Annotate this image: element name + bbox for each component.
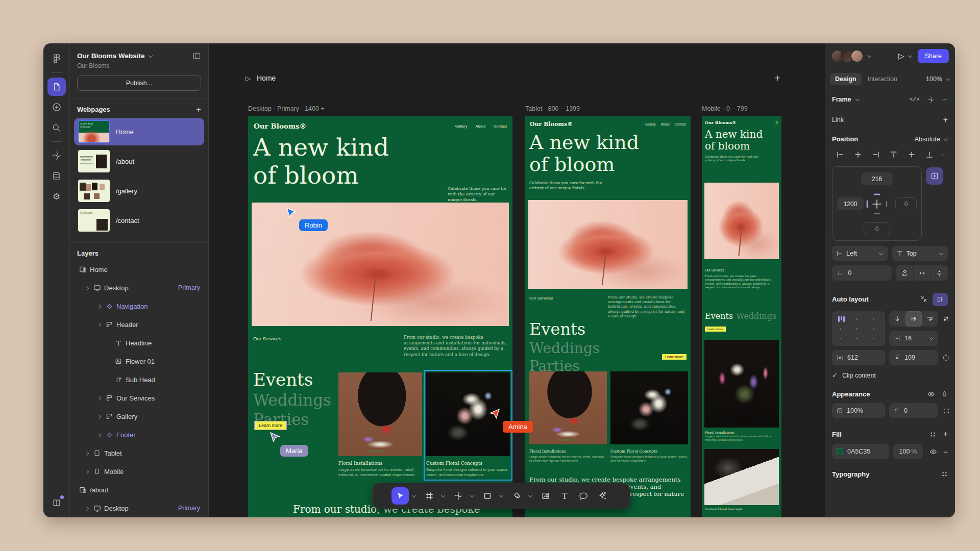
align-more-icon[interactable]: ···: [940, 151, 948, 158]
rotation-field[interactable]: ∟ 0: [832, 265, 892, 281]
component-swirl-icon[interactable]: [927, 96, 935, 104]
auto-layout-active-badge-icon[interactable]: [933, 293, 948, 306]
layout-wrap-button[interactable]: [922, 311, 938, 327]
fill-color-swatch[interactable]: [836, 448, 843, 455]
move-tool-button[interactable]: [391, 487, 409, 505]
type-styles-grid-icon[interactable]: [941, 471, 948, 478]
horizontal-anchor-dropdown[interactable]: Left: [832, 246, 888, 261]
layer-row-about-desktop[interactable]: Desktop Primary: [70, 499, 208, 517]
publish-button[interactable]: Publish...: [77, 76, 201, 91]
corner-radius-field[interactable]: 0: [889, 403, 938, 418]
desktop-frame[interactable]: Our Blooms® Gallery About Contact A new …: [248, 116, 512, 517]
learn-more-button[interactable]: Learn more: [705, 327, 726, 332]
collapse-sidebar-icon[interactable]: [192, 52, 201, 60]
flip-horizontal-button[interactable]: [913, 265, 930, 281]
frame-tool-chevron-icon[interactable]: [439, 494, 446, 498]
layout-settings-sliders-icon[interactable]: [942, 315, 949, 322]
top-offset-field[interactable]: 216: [861, 172, 893, 185]
expand-chevron-icon[interactable]: [83, 451, 91, 456]
interactions-swirl-icon[interactable]: [47, 146, 66, 165]
flip-vertical-button[interactable]: [930, 265, 948, 281]
styles-grid-icon[interactable]: [929, 431, 936, 438]
layer-row-footer[interactable]: Footer: [70, 425, 208, 444]
pen-tool-button[interactable]: [508, 487, 525, 505]
webpage-row-gallery[interactable]: /gallery: [74, 177, 204, 205]
pen-tool-chevron-icon[interactable]: [527, 494, 533, 498]
frame-chevron-icon[interactable]: [855, 97, 860, 102]
alignment-grid[interactable]: [832, 311, 885, 346]
more-options-icon[interactable]: ···: [942, 96, 948, 103]
layer-row-desktop[interactable]: Desktop Primary: [70, 279, 208, 297]
text-tool-button[interactable]: T: [556, 487, 573, 505]
tab-interaction[interactable]: Interaction: [863, 73, 902, 85]
file-menu-chevron-icon[interactable]: [149, 54, 153, 58]
layer-row-navigation[interactable]: Navigation: [70, 297, 208, 315]
zoom-level[interactable]: 100%: [926, 76, 950, 83]
left-offset-field[interactable]: 1200: [837, 197, 864, 210]
layout-horizontal-button[interactable]: [905, 311, 922, 327]
frame-tool-button[interactable]: [421, 487, 438, 505]
expand-chevron-icon[interactable]: [95, 322, 104, 327]
expand-chevron-icon[interactable]: [95, 396, 104, 400]
expand-chevron-icon[interactable]: [95, 414, 104, 419]
layout-vertical-button[interactable]: [889, 311, 905, 327]
card-custom-floral-concepts-selected[interactable]: Custom Floral Concepts Bespoke floral de…: [426, 372, 510, 478]
learn-more-button[interactable]: Learn more: [254, 421, 287, 430]
fill-opacity-field[interactable]: 100 %: [893, 444, 923, 459]
actions-ai-button[interactable]: [594, 487, 611, 505]
frame-section-label[interactable]: Frame: [832, 96, 851, 103]
shape-tool-button[interactable]: [479, 487, 496, 505]
clip-content-checkbox[interactable]: ✓: [832, 371, 838, 379]
share-button[interactable]: Share: [918, 49, 949, 63]
present-play-icon[interactable]: ▷: [898, 52, 904, 61]
cms-database-icon[interactable]: [47, 167, 66, 185]
gap-field[interactable]: 16: [889, 331, 938, 346]
layer-row-headline[interactable]: Headline: [70, 334, 208, 352]
fill-visibility-eye-icon[interactable]: [929, 448, 937, 456]
webpage-row-home[interactable]: A new kindof bloom Home: [74, 118, 204, 145]
webpage-row-about[interactable]: /about: [74, 147, 204, 175]
position-mode-dropdown[interactable]: Absolute: [914, 135, 948, 143]
tab-design[interactable]: Design: [830, 73, 862, 85]
image-tool-button[interactable]: [537, 487, 554, 505]
move-tool-chevron-icon[interactable]: [410, 494, 417, 498]
layer-row-sub-head[interactable]: Sub Head: [70, 370, 208, 389]
layer-row-header[interactable]: Header: [70, 315, 208, 334]
align-horizontal-center-icon[interactable]: [850, 148, 866, 161]
library-book-icon[interactable]: [47, 494, 66, 512]
expand-chevron-icon[interactable]: [83, 506, 91, 511]
shrink-icon[interactable]: [920, 295, 927, 303]
interaction-tool-chevron-icon[interactable]: [469, 494, 475, 498]
add-webpage-icon[interactable]: +: [196, 105, 201, 114]
search-icon[interactable]: [47, 118, 66, 137]
opacity-field[interactable]: 100%: [832, 403, 885, 418]
frame-label-desktop[interactable]: Desktop · Primary · 1400 +: [248, 105, 325, 112]
align-top-icon[interactable]: [886, 148, 901, 161]
avatars-chevron-icon[interactable]: [867, 54, 871, 59]
figma-logo-icon[interactable]: [47, 49, 66, 68]
individual-padding-icon[interactable]: [942, 354, 949, 361]
add-new-icon[interactable]: [47, 98, 66, 116]
visibility-eye-icon[interactable]: [927, 390, 935, 398]
constraints-cross-icon[interactable]: [865, 192, 889, 216]
frame-label-mobile[interactable]: Mobile · 0 – 799: [702, 105, 748, 112]
vertical-padding-field[interactable]: 109: [889, 350, 938, 365]
bottom-offset-field[interactable]: 0: [864, 222, 890, 235]
expand-chevron-icon[interactable]: [83, 469, 91, 474]
frame-label-tablet[interactable]: Tablet · 800 – 1399: [525, 105, 580, 112]
comment-tool-button[interactable]: [575, 487, 592, 505]
layer-row-our-services[interactable]: Our Services: [70, 389, 208, 407]
settings-gear-icon[interactable]: ⚙: [47, 187, 66, 206]
add-link-icon[interactable]: +: [943, 115, 948, 124]
dev-mode-code-icon[interactable]: </>: [910, 96, 920, 103]
expand-chevron-icon[interactable]: [95, 433, 104, 437]
horizontal-padding-field[interactable]: 612: [832, 350, 885, 365]
layer-row-flower-01[interactable]: Flower 01: [70, 352, 208, 370]
tablet-frame[interactable]: Our Blooms® GalleryAboutContact A new ki…: [525, 116, 691, 517]
rotate-90-button[interactable]: [896, 265, 913, 281]
remove-fill-icon[interactable]: −: [943, 447, 948, 456]
canvas[interactable]: ▷ Home + Desktop · Primary · 1400 + Tabl…: [209, 43, 825, 517]
layer-row-gallery[interactable]: Gallery: [70, 407, 208, 425]
add-frame-icon[interactable]: +: [774, 72, 780, 84]
right-offset-field[interactable]: 0: [895, 197, 917, 210]
